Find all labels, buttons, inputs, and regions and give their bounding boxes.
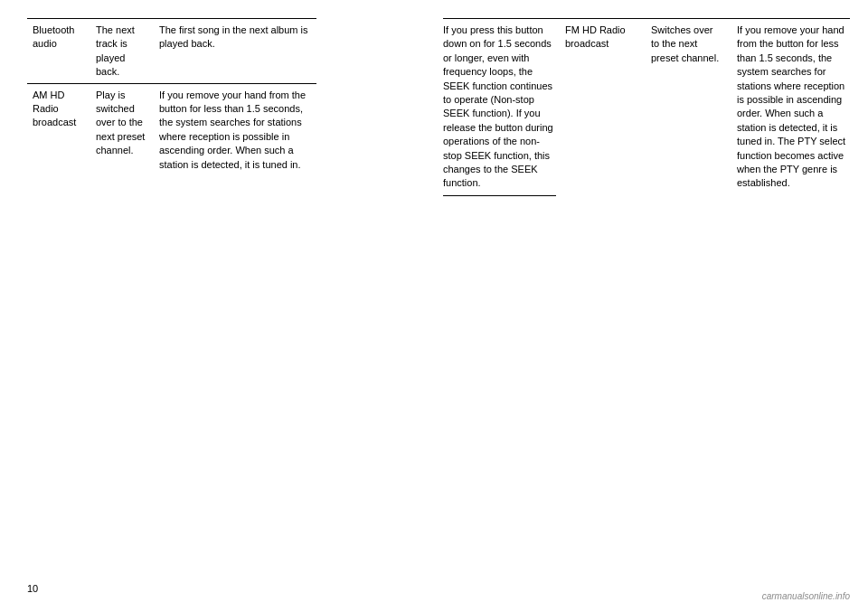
table-row: AM HD Radio broadcast Play is switched o… <box>27 83 316 175</box>
right-section: If you press this button down on for 1.5… <box>443 18 850 196</box>
mid-am: Play is switched over to the next preset… <box>90 83 154 175</box>
fm-middle-column: Switches over to the next preset channel… <box>646 18 728 196</box>
page: Bluetooth audio The next track is played… <box>0 0 868 612</box>
page-number: 10 <box>27 583 38 594</box>
fm-label: FM HD Radio broadcast <box>565 24 626 49</box>
right-area: If you press this button down on for 1.5… <box>443 18 850 196</box>
desc-am: If you remove your hand from the button … <box>154 83 316 175</box>
seek-column: If you press this button down on for 1.5… <box>443 18 565 196</box>
fm-description-text: If you remove your hand from the button … <box>737 24 845 188</box>
seek-text: If you press this button down on for 1.5… <box>443 24 553 188</box>
fm-middle-text: Switches over to the next preset channel… <box>651 24 719 63</box>
seek-bottom-border <box>443 195 556 196</box>
mid-bluetooth: The next track is played back. <box>90 19 154 84</box>
watermark: carmanualsonline.info <box>762 591 850 601</box>
desc-bluetooth: The first song in the next album is play… <box>154 19 316 84</box>
label-bluetooth: Bluetooth audio <box>27 19 90 84</box>
table-row: Bluetooth audio The next track is played… <box>27 19 316 84</box>
label-am: AM HD Radio broadcast <box>27 83 90 175</box>
fm-description-column: If you remove your hand from the button … <box>728 18 850 196</box>
left-table: Bluetooth audio The next track is played… <box>27 18 316 175</box>
fm-label-column: FM HD Radio broadcast <box>565 18 646 196</box>
